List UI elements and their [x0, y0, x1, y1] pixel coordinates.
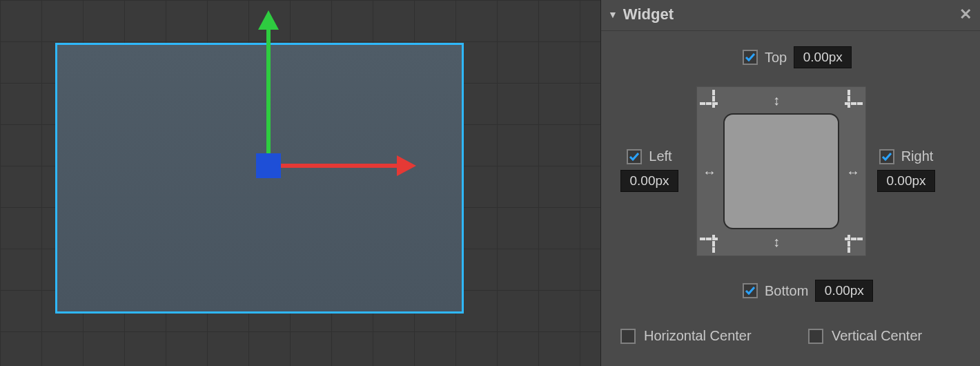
anchor-bottom-group: Bottom 0.00px: [743, 280, 873, 302]
widget-panel-header: ▼ Widget ✕: [601, 0, 980, 31]
gizmo-y-axis[interactable]: [266, 24, 271, 154]
anchor-vcenter-label: Vertical Center: [832, 328, 922, 344]
selected-node[interactable]: [55, 43, 464, 314]
dash-guide-icon: [847, 235, 850, 253]
dash-guide-icon: [700, 102, 718, 105]
anchor-hcenter-label: Horizontal Center: [644, 328, 752, 344]
anchor-bottom-label: Bottom: [765, 283, 808, 299]
anchor-left-checkbox[interactable]: [627, 149, 642, 164]
disclosure-triangle-icon[interactable]: ▼: [608, 9, 618, 20]
anchor-diagram: ↕ ↕ ↔ ↔: [696, 86, 866, 256]
anchor-left-label: Left: [649, 148, 672, 164]
dash-guide-icon: [847, 90, 850, 108]
anchor-left-value[interactable]: 0.00px: [620, 170, 678, 192]
widget-panel: ▼ Widget ✕ Top 0.00px Left 0.00px: [600, 0, 980, 366]
dash-guide-icon: [712, 235, 715, 253]
checkmark-icon: [629, 151, 640, 162]
gizmo-x-arrowhead-icon[interactable]: [397, 155, 416, 176]
resize-vertical-icon: ↕: [773, 234, 780, 250]
anchor-hcenter-group: Horizontal Center: [620, 328, 752, 344]
anchor-right-label: Right: [901, 148, 934, 164]
gizmo-y-arrowhead-icon[interactable]: [258, 10, 279, 30]
anchor-left-group: Left 0.00px: [620, 148, 678, 192]
anchor-top-label: Top: [765, 50, 787, 66]
gizmo-x-axis[interactable]: [281, 164, 398, 168]
checkmark-icon: [745, 52, 756, 63]
anchor-top-value[interactable]: 0.00px: [794, 46, 852, 68]
anchor-top-group: Top 0.00px: [743, 46, 852, 68]
anchor-vcenter-group: Vertical Center: [808, 328, 922, 344]
scene-viewport[interactable]: [0, 0, 600, 366]
dash-guide-icon: [712, 90, 715, 108]
widget-panel-body: Top 0.00px Left 0.00px Right 0.00px: [601, 31, 980, 366]
anchor-right-checkbox[interactable]: [879, 149, 894, 164]
resize-vertical-icon: ↕: [773, 93, 780, 108]
anchor-diagram-inner: [723, 113, 839, 229]
checkmark-icon: [745, 285, 756, 296]
checkmark-icon: [881, 151, 892, 162]
resize-horizontal-icon: ↔: [846, 164, 860, 180]
anchor-right-group: Right 0.00px: [877, 148, 935, 192]
anchor-vcenter-checkbox[interactable]: [808, 329, 823, 344]
anchor-bottom-value[interactable]: 0.00px: [815, 280, 873, 302]
anchor-right-value[interactable]: 0.00px: [877, 170, 935, 192]
resize-horizontal-icon: ↔: [703, 164, 716, 180]
anchor-top-checkbox[interactable]: [743, 50, 758, 65]
widget-panel-title: Widget: [623, 6, 674, 23]
gizmo-origin-handle[interactable]: [256, 153, 281, 178]
close-icon[interactable]: ✕: [959, 6, 972, 23]
anchor-bottom-checkbox[interactable]: [743, 283, 758, 298]
anchor-hcenter-checkbox[interactable]: [620, 329, 636, 344]
dash-guide-icon: [700, 238, 718, 240]
